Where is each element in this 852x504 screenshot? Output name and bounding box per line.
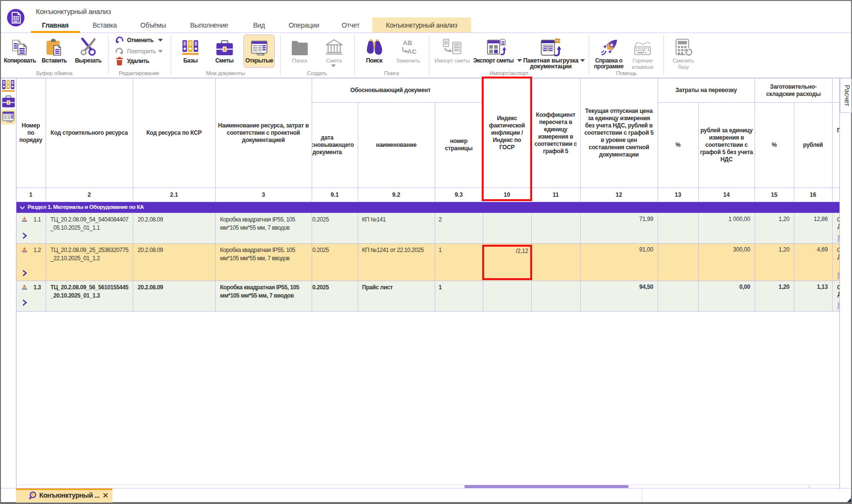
svg-text:AB: AB [403,40,412,47]
svg-text:AC: AC [407,48,417,55]
